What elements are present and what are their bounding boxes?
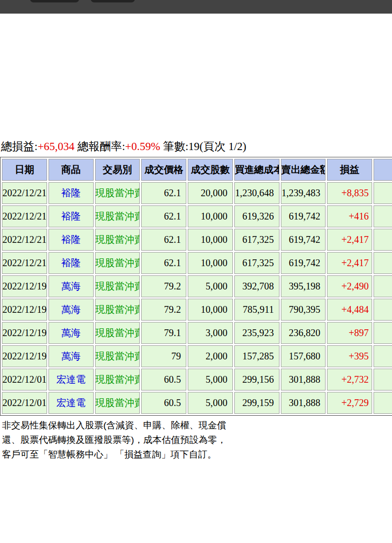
cell-pl: +2,732: [327, 369, 372, 390]
cell-sell_amount: 619,742: [281, 205, 326, 227]
column-header: 商品: [49, 159, 94, 181]
cell-date: 2022/12/19: [2, 322, 47, 344]
cell-buy_cost: 617,325: [234, 252, 279, 274]
cell-stock: 萬海: [49, 322, 94, 344]
cell-shares: 3,000: [188, 322, 233, 344]
disclaimer-line: 客戶可至「智慧帳務中心」 「損益查詢」項下自訂。: [2, 447, 392, 462]
cell-type: 現股當沖賣: [95, 369, 140, 390]
partial-column-cell: [374, 275, 392, 297]
partial-column-cell: [374, 252, 392, 274]
table-header-row: 日期商品交易別成交價格成交股數買進總成本賣出總金額損益: [2, 159, 392, 181]
partial-column-header: [374, 159, 392, 181]
cell-buy_cost: 1,230,648: [234, 182, 279, 204]
table-row: 2022/12/21裕隆現股當沖賣62.120,0001,230,6481,23…: [2, 182, 392, 204]
cell-pl: +2,490: [327, 275, 372, 297]
cell-date: 2022/12/01: [2, 369, 47, 390]
return-rate-label: 總報酬率:: [75, 140, 125, 153]
pl-table-wrapper: 日期商品交易別成交價格成交股數買進總成本賣出總金額損益 2022/12/21裕隆…: [0, 157, 392, 416]
column-header: 賣出總金額: [281, 159, 326, 181]
toolbar-button-stub-1[interactable]: [30, 0, 79, 2]
cell-pl: +395: [327, 345, 372, 367]
cell-sell_amount: 301,888: [281, 392, 326, 414]
cell-date: 2022/12/19: [2, 275, 47, 297]
cell-buy_cost: 235,923: [234, 322, 279, 344]
cell-buy_cost: 299,159: [234, 392, 279, 414]
cell-type: 現股當沖賣: [95, 205, 140, 227]
cell-sell_amount: 790,395: [281, 299, 326, 321]
cell-pl: +2,729: [327, 392, 372, 414]
table-row: 2022/12/01宏達電現股當沖賣60.55,000299,159301,88…: [2, 392, 392, 414]
cell-shares: 10,000: [188, 205, 233, 227]
disclaimer-line: 還、股票代碼轉換及匯撥股票等)，成本估值預設為零，: [2, 433, 392, 447]
cell-date: 2022/12/21: [2, 205, 47, 227]
column-header: 交易別: [95, 159, 140, 181]
total-pl-label: 總損益:: [1, 140, 37, 153]
disclaimer-line: 非交易性集保轉出入股票(含減資、申購、除權、現金償: [2, 418, 392, 433]
table-row: 2022/12/01宏達電現股當沖賣60.55,000299,156301,88…: [2, 369, 392, 390]
cell-pl: +4,484: [327, 299, 372, 321]
cell-date: 2022/12/21: [2, 182, 47, 204]
cell-shares: 10,000: [188, 229, 233, 251]
cell-sell_amount: 157,680: [281, 345, 326, 367]
cell-buy_cost: 392,708: [234, 275, 279, 297]
cell-type: 現股當沖賣: [95, 299, 140, 321]
cell-date: 2022/12/19: [2, 345, 47, 367]
partial-column-cell: [374, 322, 392, 344]
cell-shares: 5,000: [188, 392, 233, 414]
page: 總損益:+65,034 總報酬率:+0.59% 筆數:19(頁次 1/2) 日期…: [0, 0, 392, 543]
cell-buy_cost: 619,326: [234, 205, 279, 227]
partial-column-cell: [374, 229, 392, 251]
cell-shares: 5,000: [188, 275, 233, 297]
cell-type: 現股當沖賣: [95, 182, 140, 204]
table-row: 2022/12/19萬海現股當沖賣79.210,000785,911790,39…: [2, 299, 392, 321]
cell-pl: +416: [327, 205, 372, 227]
cell-price: 79.1: [141, 322, 186, 344]
cell-sell_amount: 619,742: [281, 252, 326, 274]
cell-shares: 10,000: [188, 299, 233, 321]
cell-date: 2022/12/21: [2, 229, 47, 251]
cell-shares: 5,000: [188, 369, 233, 390]
cell-shares: 10,000: [188, 252, 233, 274]
cell-price: 62.1: [141, 182, 186, 204]
cell-sell_amount: 236,820: [281, 322, 326, 344]
cell-sell_amount: 301,888: [281, 369, 326, 390]
cell-date: 2022/12/19: [2, 299, 47, 321]
column-header: 損益: [327, 159, 372, 181]
partial-column-cell: [374, 369, 392, 390]
table-row: 2022/12/21裕隆現股當沖賣62.110,000617,325619,74…: [2, 229, 392, 251]
cell-shares: 2,000: [188, 345, 233, 367]
cell-pl: +2,417: [327, 229, 372, 251]
cell-buy_cost: 299,156: [234, 369, 279, 390]
cell-price: 79: [141, 345, 186, 367]
table-row: 2022/12/21裕隆現股當沖賣62.110,000617,325619,74…: [2, 252, 392, 274]
partial-column-cell: [374, 392, 392, 414]
total-pl-value: +65,034: [37, 140, 74, 153]
cell-sell_amount: 1,239,483: [281, 182, 326, 204]
cell-pl: +2,417: [327, 252, 372, 274]
cell-type: 現股當沖賣: [95, 322, 140, 344]
top-toolbar: [0, 0, 392, 14]
cell-stock: 裕隆: [49, 229, 94, 251]
column-header: 成交價格: [141, 159, 186, 181]
cell-sell_amount: 395,198: [281, 275, 326, 297]
cell-date: 2022/12/21: [2, 252, 47, 274]
cell-stock: 萬海: [49, 299, 94, 321]
cell-price: 79.2: [141, 275, 186, 297]
pl-table: 日期商品交易別成交價格成交股數買進總成本賣出總金額損益 2022/12/21裕隆…: [0, 157, 392, 416]
cell-stock: 裕隆: [49, 182, 94, 204]
cell-type: 現股當沖賣: [95, 392, 140, 414]
cell-shares: 20,000: [188, 182, 233, 204]
partial-column-cell: [374, 299, 392, 321]
cell-type: 現股當沖賣: [95, 345, 140, 367]
table-row: 2022/12/19萬海現股當沖賣792,000157,285157,680+3…: [2, 345, 392, 367]
cell-price: 62.1: [141, 252, 186, 274]
cell-pl: +897: [327, 322, 372, 344]
cell-stock: 裕隆: [49, 252, 94, 274]
cell-price: 62.1: [141, 205, 186, 227]
cell-stock: 萬海: [49, 345, 94, 367]
cell-price: 62.1: [141, 229, 186, 251]
table-row: 2022/12/19萬海現股當沖賣79.13,000235,923236,820…: [2, 322, 392, 344]
toolbar-button-stub-2[interactable]: [91, 0, 135, 2]
disclaimer-note: 非交易性集保轉出入股票(含減資、申購、除權、現金償 還、股票代碼轉換及匯撥股票等…: [2, 418, 392, 462]
cell-stock: 宏達電: [49, 392, 94, 414]
